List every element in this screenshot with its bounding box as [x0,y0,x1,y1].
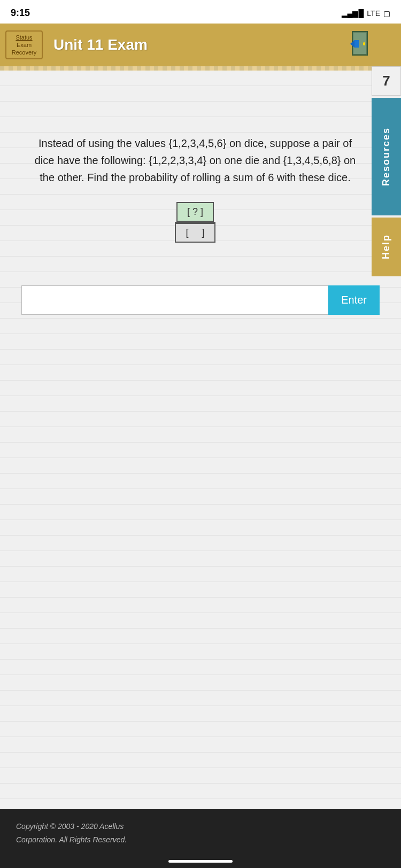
status-label: Status [11,34,37,41]
header: Status Exam Recovery Unit 11 Exam [0,24,401,66]
main-content: Instead of using the values {1,2,3,4,5,6… [0,71,401,819]
page-number: 7 [372,66,401,96]
exit-icon[interactable] [350,30,372,59]
page-title: Unit 11 Exam [53,36,148,53]
resources-tab[interactable]: Resources [372,98,401,215]
footer-line2: Corporation. All Rights Reserved. [16,833,385,847]
signal-icon: ▂▄▆█ [342,9,364,18]
recovery-label: Recovery [11,49,37,56]
fraction-display: [ ? ] [ ] [175,202,215,243]
status-exam-tab[interactable]: Status Exam Recovery [5,30,43,60]
exam-label: Exam [11,41,37,49]
help-label: Help [381,234,392,259]
resources-label: Resources [381,127,392,186]
fraction-denominator[interactable]: [ ] [175,223,215,243]
status-time: 9:15 [11,7,30,19]
wavy-separator [0,66,401,71]
svg-marker-4 [354,40,359,48]
footer-text: Copyright © 2003 - 2020 Acellus Corporat… [16,820,385,847]
question-text: Instead of using the values {1,2,3,4,5,6… [32,135,358,186]
status-icons: ▂▄▆█ LTE ▢ [342,9,390,18]
svg-rect-2 [363,42,365,45]
home-indicator [168,860,233,863]
footer-line1: Copyright © 2003 - 2020 Acellus [16,820,385,833]
footer: Copyright © 2003 - 2020 Acellus Corporat… [0,809,401,868]
answer-area: Enter [21,285,380,315]
fraction-numerator[interactable]: [ ? ] [176,202,214,222]
question-area: Instead of using the values {1,2,3,4,5,6… [11,113,390,269]
answer-input[interactable] [21,285,328,315]
enter-button[interactable]: Enter [328,285,380,315]
help-tab[interactable]: Help [372,218,401,276]
network-label: LTE [367,9,380,18]
side-panel: 7 Resources Help [372,66,401,276]
status-bar: 9:15 ▂▄▆█ LTE ▢ [0,0,401,24]
battery-icon: ▢ [383,9,390,18]
